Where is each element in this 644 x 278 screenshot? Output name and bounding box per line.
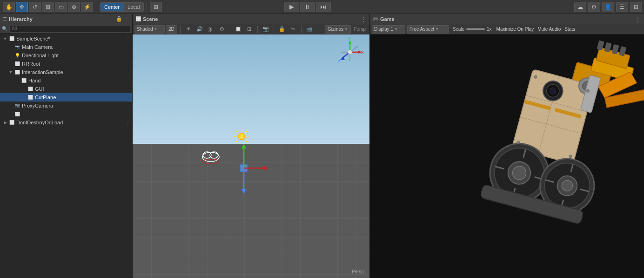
local-btn[interactable]: Local <box>124 3 143 11</box>
svg-marker-26 <box>263 166 268 170</box>
aspect-arrow: ▼ <box>435 27 439 31</box>
snap-btn[interactable]: 🔒 <box>277 25 287 34</box>
hier-item-directional-light[interactable]: 💡 Directional Light <box>0 51 132 60</box>
hier-item-cutplane[interactable]: ⬜ CutPlane <box>0 93 132 102</box>
cloud-btn[interactable]: ⚙ <box>588 2 600 12</box>
hierarchy-scene-root[interactable]: ▼ ⬜ SampleScene* ⋮ <box>0 34 132 43</box>
aspect-dropdown[interactable]: Free Aspect ▼ <box>407 25 449 34</box>
scale-tool-btn[interactable]: ⊞ <box>42 2 54 12</box>
transform-tool-btn[interactable]: ⊕ <box>68 2 80 12</box>
display-dropdown[interactable]: Display 1 ▼ <box>372 25 405 34</box>
svg-text:X: X <box>361 50 364 54</box>
toggle-grid-btn[interactable]: ⊞ <box>244 25 255 34</box>
play-btn[interactable]: ▶ <box>284 2 299 12</box>
rrroot-icon: ⬜ <box>14 61 20 67</box>
proxy-camera-label: ProxyCamera <box>22 103 53 108</box>
hide-overlay-btn[interactable]: 🔲 <box>233 25 243 34</box>
2d-btn[interactable]: 2D <box>166 25 177 34</box>
dir-light-label: Directional Light <box>22 53 59 58</box>
lighting-btn[interactable]: ☀ <box>183 25 194 34</box>
sep-1 <box>97 3 97 11</box>
hierarchy-lock-icon[interactable]: 🔒 <box>116 16 122 22</box>
dont-destroy-options[interactable]: ⋮ <box>126 120 130 125</box>
expand-arrow-scene: ▼ <box>2 36 8 41</box>
move-tool-btn[interactable]: ✥ <box>16 2 28 12</box>
scene-settings-btn[interactable]: ⚙ <box>217 25 227 34</box>
hand-icon: ⬜ <box>20 77 27 84</box>
pivot-group: Center Local <box>100 2 144 12</box>
svg-line-20 <box>245 131 247 133</box>
gui-label: GUI <box>35 86 44 92</box>
hierarchy-header: ☰ Hierarchy 🔒 ⋮ <box>0 14 132 24</box>
custom-tool-btn[interactable]: ⚡ <box>81 2 93 12</box>
rect-tool-btn[interactable]: ▭ <box>55 2 67 12</box>
svg-marker-24 <box>242 144 246 149</box>
proxy-camera-icon: 📷 <box>14 102 20 109</box>
scene-panel-icon: ⬜ <box>135 16 141 21</box>
hier-item-hand[interactable]: ⬜ Hand <box>0 76 132 85</box>
pause-btn[interactable]: ⏸ <box>300 2 315 12</box>
hierarchy-panel: ☰ Hierarchy 🔒 ⋮ 🔍 ▼ ⬜ SampleScene* ⋮ 📷 <box>0 14 133 278</box>
hier-item-empty[interactable]: ⬜ <box>0 110 132 118</box>
scale-slider[interactable] <box>466 28 485 30</box>
grid-btn[interactable]: ⊞ <box>150 2 162 12</box>
sep-scene-2 <box>230 26 230 33</box>
mute-audio-btn[interactable]: Mute Audio <box>537 27 562 32</box>
hier-item-proxy-camera[interactable]: 📷 ProxyCamera <box>0 102 132 110</box>
maximize-on-play-btn[interactable]: Maximize On Play <box>496 27 535 32</box>
scene-more-icon[interactable]: ⋮ <box>360 15 367 23</box>
sep-scene-3 <box>257 26 258 33</box>
scale-value: 1x <box>487 27 492 32</box>
hand-tool-btn[interactable]: ✋ <box>3 2 15 12</box>
cutplane-label: CutPlane <box>35 95 56 100</box>
gizmos-btn[interactable]: Gizmos ▼ <box>325 25 351 34</box>
expand-arrow-dontdestroy: ▶ <box>2 120 8 125</box>
hier-item-dont-destroy[interactable]: ▶ ⬜ DontDestroyOnLoad ⋮ <box>0 118 132 127</box>
stats-btn[interactable]: Stats <box>564 27 576 32</box>
game-header-icons: ⋮ <box>635 15 641 23</box>
scene-name: SampleScene* <box>16 36 50 41</box>
scene-options[interactable]: ⋮ <box>126 36 130 41</box>
sep-scene-5 <box>301 26 302 33</box>
no-camera-btn[interactable]: 📷 <box>261 25 271 34</box>
hierarchy-search-input[interactable] <box>9 25 130 33</box>
collab-btn[interactable]: ☁ <box>574 2 586 12</box>
scene-panel: ⬜ Scene ⋮ Shaded ▼ 2D ☀ 🔊 🌫 ⚙ 🔲 ⊞ 📷 🔒 <box>133 14 369 278</box>
scene-toolbar: Shaded ▼ 2D ☀ 🔊 🌫 ⚙ 🔲 ⊞ 📷 🔒 ✂ 📹 Gizmos ▼ <box>133 24 369 34</box>
game-tab-label: Game <box>380 16 395 22</box>
game-more-icon[interactable]: ⋮ <box>635 15 641 23</box>
center-btn[interactable]: Center <box>101 3 124 11</box>
hier-item-interaction-sample[interactable]: ▼ ⬜ InteractionSample <box>0 68 132 76</box>
svg-text:Y: Y <box>349 38 351 41</box>
hier-item-rrroot[interactable]: ⬜ RRRoot <box>0 60 132 68</box>
game-header: 🎮 Game ⋮ <box>370 14 644 24</box>
game-view[interactable] <box>370 34 644 278</box>
scene-view[interactable]: Y X Z Persp <box>133 34 369 278</box>
layout-btn[interactable]: ⊟ <box>630 2 642 12</box>
scene-sky <box>133 34 369 144</box>
gui-icon: ⬜ <box>27 86 34 92</box>
hierarchy-tab-label: Hierarchy <box>9 16 33 22</box>
hierarchy-icon: ☰ <box>3 16 7 21</box>
layers-btn[interactable]: ☰ <box>616 2 628 12</box>
hier-item-gui[interactable]: ⬜ GUI <box>0 85 132 93</box>
main-layout: ☰ Hierarchy 🔒 ⋮ 🔍 ▼ ⬜ SampleScene* ⋮ 📷 <box>0 14 644 278</box>
shading-dropdown[interactable]: Shaded ▼ <box>134 25 165 34</box>
step-btn[interactable]: ⏭ <box>316 2 331 12</box>
camera-view-btn[interactable]: 📹 <box>304 25 315 34</box>
scene-gizmo[interactable]: Y X Z <box>336 38 364 66</box>
rotate-tool-btn[interactable]: ↺ <box>29 2 41 12</box>
account-btn[interactable]: 👤 <box>602 2 614 12</box>
play-controls: ▶ ⏸ ⏭ <box>284 2 331 12</box>
search-scene-btn[interactable]: ✂ <box>288 25 298 34</box>
gizmos-arrow: ▼ <box>344 27 348 31</box>
display-label: Display 1 <box>374 27 393 32</box>
game-robot-illustration <box>481 34 644 278</box>
audio-btn[interactable]: 🔊 <box>195 25 205 34</box>
hierarchy-more-icon[interactable]: ⋮ <box>124 16 129 22</box>
interaction-icon: ⬜ <box>14 69 20 75</box>
hier-item-main-camera[interactable]: 📷 Main Camera <box>0 43 132 51</box>
game-panel-icon: 🎮 <box>373 16 378 21</box>
effects-btn[interactable]: 🌫 <box>206 25 216 34</box>
scene-icon: ⬜ <box>8 35 15 42</box>
